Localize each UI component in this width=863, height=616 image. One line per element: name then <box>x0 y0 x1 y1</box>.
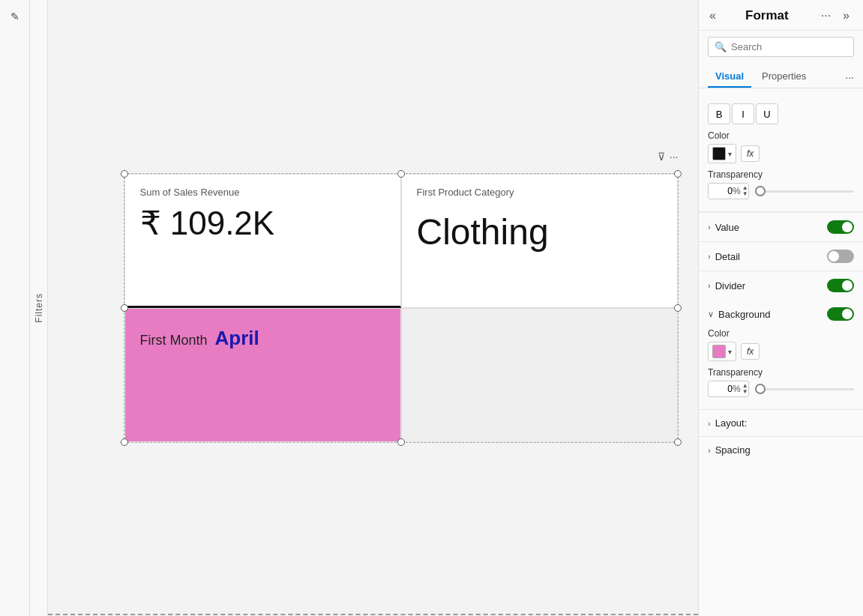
widget-toolbar: ⊽ ··· <box>658 151 679 163</box>
handle-top-mid[interactable] <box>397 170 405 178</box>
spacing-section-row[interactable]: › Spacing <box>699 436 863 463</box>
right-panel: « Format ··· » 🔍 Visual Properties ··· B… <box>698 0 863 616</box>
paint-brush-icon[interactable]: ✎ <box>4 6 25 27</box>
layout-section-label: Layout: <box>715 417 748 429</box>
background-section-label: Background <box>718 309 770 320</box>
detail-chevron-icon: › <box>708 252 711 261</box>
canvas-area: ⊽ ··· Sum of Sales Revenue ₹ 109.2K F <box>48 0 698 616</box>
font-color-row: Color ▾ fx <box>699 127 863 166</box>
tab-visual[interactable]: Visual <box>708 66 751 88</box>
font-transparency-slider-thumb[interactable] <box>755 186 766 196</box>
background-color-swatch-btn[interactable]: ▾ <box>708 342 736 361</box>
background-transparency-value[interactable] <box>712 384 733 394</box>
divider-section-row[interactable]: › Divider <box>699 271 863 300</box>
value-section-row[interactable]: › Value <box>699 212 863 241</box>
detail-section-label: Detail <box>715 251 740 262</box>
value-section-left: › Value <box>708 222 739 233</box>
background-color-row: Color ▾ fx <box>699 325 863 364</box>
left-toolbar: ✎ <box>0 0 30 616</box>
widget-filter-icon[interactable]: ⊽ <box>658 151 665 163</box>
handle-mid-right[interactable] <box>674 304 682 312</box>
background-toggle[interactable] <box>827 307 854 321</box>
font-color-swatch-btn[interactable]: ▾ <box>708 144 736 163</box>
font-color-picker-row: ▾ fx <box>708 144 854 163</box>
handle-top-right[interactable] <box>674 170 682 178</box>
background-transparency-input[interactable]: % ▲ ▼ <box>708 381 749 397</box>
font-transparency-label: Transparency <box>708 169 854 180</box>
bg-spinner-down[interactable]: ▼ <box>741 389 750 395</box>
cell-month-bold: April <box>215 327 259 349</box>
cell-month-prefix: First Month <box>140 333 208 348</box>
widget-container: ⊽ ··· Sum of Sales Revenue ₹ 109.2K F <box>124 173 679 443</box>
handle-top-left[interactable] <box>121 170 128 178</box>
filters-sidebar: Filters <box>30 0 48 616</box>
widget-outer: Sum of Sales Revenue ₹ 109.2K First Prod… <box>124 173 679 443</box>
spacing-section-left: › Spacing <box>708 444 751 456</box>
handle-mid-left[interactable] <box>121 304 128 312</box>
panel-header-icons: ··· » <box>818 7 853 24</box>
cell-category-value: Clothing <box>417 211 662 253</box>
background-color-chevron-icon: ▾ <box>728 348 732 356</box>
value-chevron-icon: › <box>708 223 711 232</box>
font-color-fx-button[interactable]: fx <box>741 145 760 162</box>
handle-bot-right[interactable] <box>674 438 682 446</box>
cell-revenue-label: Sum of Sales Revenue <box>140 187 385 198</box>
bold-button[interactable]: B <box>708 103 730 124</box>
detail-section-left: › Detail <box>708 251 740 262</box>
card-grid: Sum of Sales Revenue ₹ 109.2K First Prod… <box>124 174 678 442</box>
card-cell-category: First Product Category Clothing <box>401 174 678 308</box>
tabs-row: Visual Properties ··· <box>699 63 863 88</box>
font-transparency-input[interactable]: % ▲ ▼ <box>708 183 749 199</box>
background-transparency-spinner: ▲ ▼ <box>741 383 750 395</box>
background-transparency-row: Transparency % ▲ ▼ <box>699 364 863 403</box>
background-transparency-controls: % ▲ ▼ <box>708 381 854 397</box>
panel-more-button[interactable]: ··· <box>818 7 834 24</box>
font-transparency-row: Transparency % ▲ ▼ <box>699 166 863 205</box>
detail-toggle[interactable] <box>827 250 854 263</box>
background-transparency-slider-track[interactable] <box>755 388 854 390</box>
divider-section-label: Divider <box>715 280 745 292</box>
font-transparency-value[interactable] <box>712 186 733 196</box>
font-color-chevron-icon: ▾ <box>728 150 732 158</box>
search-icon: 🔍 <box>715 41 727 52</box>
background-section-header[interactable]: ∨ Background <box>699 300 863 325</box>
divider-section-left: › Divider <box>708 280 745 292</box>
handle-bot-left[interactable] <box>121 438 128 446</box>
format-buttons-section: B I U Color ▾ fx Transparency <box>699 94 863 212</box>
background-chevron-icon: ∨ <box>708 309 714 319</box>
divider-toggle[interactable] <box>827 279 854 292</box>
layout-section-left: › Layout: <box>708 417 747 429</box>
font-color-label: Color <box>708 130 854 141</box>
filters-label[interactable]: Filters <box>34 293 44 323</box>
font-transparency-spinner: ▲ ▼ <box>741 185 750 197</box>
background-section: ∨ Background Color ▾ fx <box>699 300 863 409</box>
tab-properties[interactable]: Properties <box>754 66 814 88</box>
collapse-icon[interactable]: « <box>709 9 716 22</box>
value-section-label: Value <box>715 222 739 233</box>
format-buttons-row: B I U <box>699 100 863 127</box>
tab-more[interactable]: ··· <box>845 71 854 83</box>
underline-button[interactable]: U <box>756 103 778 124</box>
italic-button[interactable]: I <box>732 103 754 124</box>
value-toggle[interactable] <box>827 220 854 234</box>
search-box[interactable]: 🔍 <box>708 37 854 57</box>
background-transparency-slider-thumb[interactable] <box>755 384 766 394</box>
widget-more-icon[interactable]: ··· <box>670 151 679 163</box>
background-transparency-label: Transparency <box>708 367 854 378</box>
background-color-fx-button[interactable]: fx <box>741 343 760 360</box>
panel-header: « Format ··· » <box>699 0 863 31</box>
font-color-swatch <box>712 147 726 160</box>
spinner-down[interactable]: ▼ <box>741 191 750 197</box>
font-transparency-slider-track[interactable] <box>755 190 854 193</box>
cell-month-value: First Month April <box>140 327 385 350</box>
layout-section-row[interactable]: › Layout: <box>699 409 863 436</box>
background-color-label: Color <box>708 328 854 339</box>
spacing-section-label: Spacing <box>715 444 751 456</box>
panel-expand-button[interactable]: » <box>840 7 853 24</box>
handle-bot-mid[interactable] <box>397 438 405 446</box>
card-cell-month: First Month April <box>124 308 401 442</box>
background-toggle-knob <box>842 309 853 319</box>
search-input[interactable] <box>731 41 857 52</box>
detail-section-row[interactable]: › Detail <box>699 241 863 271</box>
cell-revenue-value: ₹ 109.2K <box>140 204 385 242</box>
